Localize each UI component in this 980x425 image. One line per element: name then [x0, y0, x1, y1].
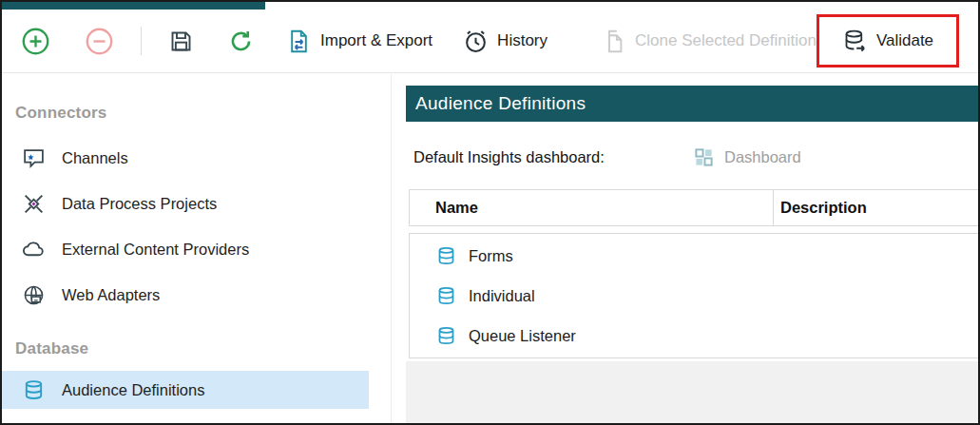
validate-button[interactable]: Validate — [842, 29, 933, 54]
refresh-button[interactable] — [228, 29, 254, 54]
dashboard-button-label: Dashboard — [724, 148, 801, 166]
sidebar-item-label: Channels — [62, 149, 128, 167]
database-icon — [435, 286, 456, 306]
history-label: History — [497, 31, 548, 50]
clone-selected-definition-label: Clone Selected Definition — [635, 31, 817, 50]
column-divider — [773, 190, 774, 225]
default-insights-dashboard-label: Default Insights dashboard: — [413, 148, 605, 166]
main-panel-title: Audience Definitions — [415, 93, 586, 114]
sidebar-item-label: Data Process Projects — [62, 195, 217, 213]
add-button[interactable] — [21, 27, 50, 56]
sidebar-item-label: Audience Definitions — [62, 381, 204, 399]
clone-document-icon — [601, 29, 626, 54]
refresh-icon — [228, 29, 254, 54]
toolbar-separator — [141, 27, 142, 55]
sidebar-item-external-content-providers[interactable]: External Content Providers — [2, 226, 391, 272]
database-icon — [21, 379, 46, 401]
row-name: Individual — [469, 287, 535, 305]
import-export-icon — [286, 29, 312, 54]
validate-highlight-box: Validate — [817, 14, 959, 68]
content-background — [406, 361, 980, 425]
dashboard-button[interactable]: Dashboard — [693, 139, 801, 175]
cloud-icon — [21, 238, 46, 261]
validate-label: Validate — [876, 31, 933, 50]
sidebar-section-connectors: Connectors — [2, 91, 391, 135]
sidebar-item-data-process-projects[interactable]: Data Process Projects — [2, 181, 391, 226]
sidebar-section-database: Database — [2, 327, 391, 371]
dashboard-grid-icon — [693, 146, 715, 168]
validate-database-icon — [842, 29, 868, 54]
web-adapters-icon — [21, 283, 46, 307]
table-row[interactable]: Individual — [410, 276, 980, 316]
main-panel: Audience Definitions Default Insights da… — [406, 74, 980, 425]
table-row[interactable]: Forms — [410, 236, 980, 276]
application-window: Import & Export History Clone Selected D… — [0, 0, 980, 425]
sidebar-item-label: External Content Providers — [62, 241, 249, 259]
plus-circle-icon — [21, 27, 50, 56]
top-teal-strip — [2, 2, 265, 10]
row-name: Forms — [469, 247, 513, 265]
history-clock-icon — [463, 29, 489, 54]
database-icon — [435, 246, 456, 266]
data-process-projects-icon — [21, 192, 46, 216]
main-panel-title-bar: Audience Definitions — [406, 86, 980, 122]
sidebar-item-web-adapters[interactable]: Web Adapters — [2, 272, 391, 318]
channels-icon — [21, 146, 46, 170]
remove-button[interactable] — [85, 27, 114, 56]
history-button[interactable]: History — [463, 29, 548, 54]
sidebar-item-label: Web Adapters — [62, 286, 160, 304]
column-header-description[interactable]: Description — [780, 199, 867, 217]
floppy-disk-icon — [168, 29, 194, 54]
sidebar-item-channels[interactable]: Channels — [2, 135, 391, 181]
import-export-button[interactable]: Import & Export — [286, 29, 432, 54]
minus-circle-icon — [85, 27, 114, 56]
column-header-name[interactable]: Name — [435, 199, 478, 217]
import-export-label: Import & Export — [320, 31, 432, 50]
database-icon — [435, 326, 456, 346]
save-button[interactable] — [168, 29, 194, 54]
row-name: Queue Listener — [469, 327, 576, 345]
clone-selected-definition-button[interactable]: Clone Selected Definition — [601, 29, 817, 54]
table-header: Name Description — [409, 189, 980, 226]
sidebar-item-audience-definitions[interactable]: Audience Definitions — [2, 371, 369, 409]
toolbar: Import & Export History Clone Selected D… — [2, 10, 978, 73]
table-body: Forms Individual Queue Listener — [409, 233, 980, 358]
sidebar: Connectors Channels Data Process Project… — [2, 74, 392, 425]
table-row[interactable]: Queue Listener — [410, 316, 980, 356]
